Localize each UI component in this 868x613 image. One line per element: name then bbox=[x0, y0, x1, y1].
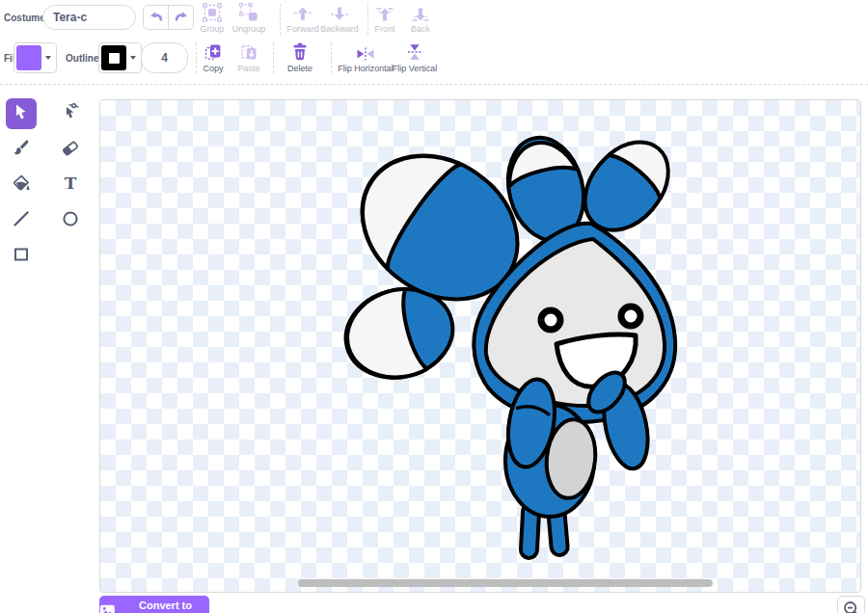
copy-icon bbox=[203, 42, 223, 62]
paint-toolbar: Costume bbox=[0, 0, 868, 85]
flip-horizontal-icon bbox=[355, 42, 376, 62]
outline-label: Outline bbox=[66, 53, 98, 64]
fill-bucket-icon bbox=[12, 173, 31, 197]
costume-name-input[interactable] bbox=[42, 5, 136, 30]
tool-reshape[interactable] bbox=[55, 98, 86, 129]
redo-icon bbox=[174, 9, 189, 26]
tool-fill[interactable] bbox=[6, 170, 37, 200]
back-label: Back bbox=[411, 24, 430, 34]
toolbar-separator bbox=[273, 42, 274, 73]
paste-label: Paste bbox=[237, 64, 259, 73]
delete-icon bbox=[291, 42, 309, 62]
tool-rectangle[interactable] bbox=[6, 241, 37, 272]
eraser-icon bbox=[61, 138, 80, 161]
front-label: Front bbox=[374, 24, 394, 34]
chevron-down-icon bbox=[130, 56, 136, 60]
text-icon: T bbox=[61, 173, 80, 197]
group-icon bbox=[203, 3, 222, 22]
eye-left bbox=[541, 310, 560, 330]
select-arrow-icon bbox=[12, 102, 31, 125]
backward-label: Backward bbox=[320, 24, 359, 34]
ungroup-label: Ungroup bbox=[232, 24, 266, 34]
costume-label: Costume bbox=[4, 13, 45, 23]
fill-swatch bbox=[16, 45, 41, 70]
delete-button[interactable]: Delete bbox=[279, 42, 321, 75]
redo-button[interactable] bbox=[168, 6, 193, 29]
chevron-down-icon bbox=[45, 56, 51, 60]
copy-label: Copy bbox=[203, 64, 223, 73]
flip-vertical-button[interactable]: Flip Vertical bbox=[387, 42, 443, 75]
tool-brush[interactable] bbox=[6, 134, 37, 165]
rectangle-icon bbox=[12, 245, 31, 268]
toolbar-separator bbox=[280, 4, 281, 35]
tool-eraser[interactable] bbox=[55, 134, 86, 165]
flip-horizontal-label: Flip Horizontal bbox=[338, 64, 393, 73]
tool-select[interactable] bbox=[6, 98, 37, 129]
circle-icon bbox=[61, 209, 80, 232]
svg-text:T: T bbox=[65, 173, 77, 193]
outline-swatch bbox=[101, 45, 126, 70]
zoom-out-button[interactable] bbox=[837, 596, 865, 613]
undo-redo-group bbox=[143, 5, 194, 30]
convert-to-bitmap-label: Convert to Bitmap bbox=[122, 600, 209, 613]
group-label: Group bbox=[200, 24, 224, 34]
backward-button[interactable]: Backward bbox=[316, 3, 363, 36]
line-icon bbox=[12, 209, 31, 232]
zoom-out-icon bbox=[842, 600, 861, 613]
tool-panel: T bbox=[6, 98, 86, 272]
flip-vertical-icon bbox=[407, 42, 422, 62]
tool-text[interactable]: T bbox=[55, 170, 86, 200]
tool-line[interactable] bbox=[6, 205, 37, 236]
forward-label: Forward bbox=[286, 24, 318, 34]
backward-icon bbox=[330, 3, 349, 22]
back-button[interactable]: Back bbox=[399, 3, 442, 36]
toolbar-separator bbox=[331, 42, 332, 73]
flip-vertical-label: Flip Vertical bbox=[393, 64, 438, 73]
image-icon bbox=[99, 604, 116, 613]
outline-color-picker[interactable] bbox=[98, 42, 142, 73]
eye-right bbox=[621, 306, 640, 326]
front-icon bbox=[375, 3, 394, 22]
delete-label: Delete bbox=[287, 64, 312, 73]
paint-editor: Costume bbox=[0, 0, 868, 613]
forward-icon bbox=[293, 3, 312, 22]
convert-to-bitmap-button[interactable]: Convert to Bitmap bbox=[99, 596, 209, 613]
undo-button[interactable] bbox=[144, 6, 168, 29]
back-icon bbox=[411, 3, 430, 22]
fill-color-picker[interactable] bbox=[14, 42, 57, 73]
ungroup-icon bbox=[239, 3, 258, 22]
undo-icon bbox=[149, 9, 164, 26]
paste-button[interactable]: Paste bbox=[228, 42, 270, 75]
brush-icon bbox=[12, 138, 31, 161]
paste-icon bbox=[239, 42, 258, 62]
ungroup-button[interactable]: Ungroup bbox=[226, 3, 272, 36]
tool-oval[interactable] bbox=[55, 205, 86, 236]
stroke-width-input[interactable] bbox=[141, 42, 188, 73]
paint-canvas[interactable] bbox=[99, 99, 861, 593]
tera-character[interactable] bbox=[100, 100, 861, 593]
horizontal-scrollbar[interactable] bbox=[298, 579, 713, 587]
reshape-icon bbox=[61, 102, 80, 125]
